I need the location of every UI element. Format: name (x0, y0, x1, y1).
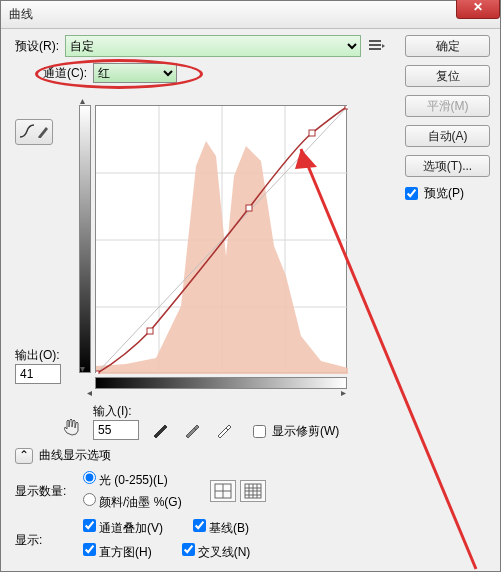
baseline-checkbox[interactable] (193, 519, 206, 532)
channel-select[interactable]: 红 (93, 63, 177, 83)
curve-graph[interactable] (95, 105, 347, 373)
preview-checkbox-row[interactable]: 预览(P) (405, 185, 490, 202)
radio-light-row[interactable]: 光 (0-255)(L) (83, 471, 182, 489)
overlay-checkbox[interactable] (83, 519, 96, 532)
radio-pigment[interactable] (83, 493, 96, 506)
grid-fine-button[interactable] (240, 480, 266, 502)
options-button[interactable]: 选项(T)... (405, 155, 490, 177)
display-options: 显示数量: 光 (0-255)(L) 颜料/油墨 %(G) 显示: 通道叠加(V… (15, 471, 266, 569)
preview-label: 预览(P) (424, 185, 464, 202)
show-clipping-checkbox[interactable] (253, 425, 266, 438)
preset-select[interactable]: 自定 (65, 35, 361, 57)
curve-icon (19, 124, 35, 141)
show-clipping-label: 显示修剪(W) (272, 423, 339, 440)
svg-rect-11 (147, 328, 153, 334)
preset-menu-icon[interactable] (367, 38, 385, 54)
curves-editor: ▴ ▾ ◂ (79, 105, 347, 393)
pencil-icon (37, 124, 49, 141)
close-icon: ✕ (473, 0, 483, 14)
show-clipping-row[interactable]: 显示修剪(W) (253, 423, 339, 440)
output-group: 输出(O): (15, 347, 61, 384)
svg-rect-13 (309, 130, 315, 136)
slider-left-icon[interactable]: ◂ (87, 387, 92, 398)
svg-rect-12 (246, 205, 252, 211)
action-column: 确定 复位 平滑(M) 自动(A) 选项(T)... 预览(P) (405, 35, 490, 202)
overlay-row[interactable]: 通道叠加(V) (83, 519, 163, 537)
svg-rect-0 (369, 40, 381, 42)
chevron-up-icon: ⌃ (19, 448, 29, 462)
svg-rect-1 (369, 44, 381, 46)
close-button[interactable]: ✕ (456, 0, 500, 19)
histogram-checkbox[interactable] (83, 543, 96, 556)
svg-rect-14 (345, 106, 348, 109)
svg-rect-10 (96, 371, 99, 374)
baseline-row[interactable]: 基线(B) (193, 519, 249, 537)
disclosure-button[interactable]: ⌃ (15, 448, 33, 464)
show-label: 显示: (15, 532, 75, 549)
curves-dialog: { "title": "曲线", "preset_label": "预设(R):… (0, 0, 501, 572)
input-label: 输入(I): (93, 403, 139, 420)
auto-button[interactable]: 自动(A) (405, 125, 490, 147)
grid-coarse-button[interactable] (210, 480, 236, 502)
histogram-row[interactable]: 直方图(H) (83, 543, 152, 561)
hand-tool-button[interactable] (61, 415, 83, 440)
output-field[interactable] (15, 364, 61, 384)
window-title: 曲线 (9, 6, 33, 23)
input-field[interactable] (93, 420, 139, 440)
intersect-checkbox[interactable] (182, 543, 195, 556)
black-eyedropper-icon[interactable] (149, 420, 171, 440)
curve-tool-button[interactable] (15, 119, 53, 145)
input-gradient (95, 377, 347, 389)
smooth-button[interactable]: 平滑(M) (405, 95, 490, 117)
svg-rect-2 (369, 48, 381, 50)
output-gradient (79, 105, 91, 373)
preview-checkbox[interactable] (405, 187, 418, 200)
ok-button[interactable]: 确定 (405, 35, 490, 57)
channel-label: 通道(C): (43, 65, 87, 82)
white-eyedropper-icon[interactable] (213, 420, 235, 440)
intersect-row[interactable]: 交叉线(N) (182, 543, 251, 561)
slider-bottom-icon[interactable]: ▾ (80, 363, 85, 374)
titlebar: 曲线 ✕ (1, 1, 500, 29)
amount-label: 显示数量: (15, 483, 75, 500)
output-label: 输出(O): (15, 347, 61, 364)
slider-right-icon[interactable]: ▸ (341, 387, 346, 398)
radio-pigment-row[interactable]: 颜料/油墨 %(G) (83, 493, 182, 511)
disclosure-title: 曲线显示选项 (39, 447, 111, 464)
preset-label: 预设(R): (15, 38, 59, 55)
radio-light[interactable] (83, 471, 96, 484)
reset-button[interactable]: 复位 (405, 65, 490, 87)
gray-eyedropper-icon[interactable] (181, 420, 203, 440)
